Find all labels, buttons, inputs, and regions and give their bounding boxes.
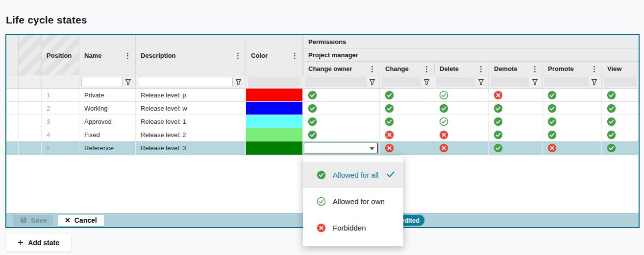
cell-permission[interactable] [489, 89, 543, 101]
cell-color[interactable] [246, 102, 303, 115]
header-view[interactable]: View [602, 62, 639, 75]
filter-funnel-icon[interactable] [233, 78, 244, 86]
permission-status-icon[interactable] [547, 143, 557, 153]
cell-permission[interactable] [543, 128, 602, 141]
cell-permission[interactable] [543, 89, 602, 101]
permission-status-icon[interactable] [547, 117, 557, 126]
cell-color[interactable] [246, 89, 303, 101]
permission-status-icon[interactable] [547, 104, 557, 113]
permission-status-icon[interactable] [385, 143, 394, 153]
cell-permission[interactable] [303, 89, 380, 101]
header-delete[interactable]: Delete⋮ [435, 62, 489, 75]
filter-funnel-icon[interactable] [589, 78, 599, 86]
filter-box-view[interactable] [604, 77, 637, 87]
permission-status-icon[interactable] [607, 117, 616, 126]
permission-status-icon[interactable] [308, 104, 317, 113]
cell-color[interactable] [246, 128, 303, 141]
permission-status-icon[interactable] [439, 117, 448, 126]
permission-status-icon[interactable] [439, 104, 448, 113]
filter-input-description[interactable] [138, 77, 233, 87]
header-description[interactable]: Description⋮ [136, 35, 246, 75]
permission-status-icon[interactable] [494, 117, 503, 126]
cell-description[interactable]: Release level: 1 [136, 115, 246, 128]
column-menu-icon[interactable]: ⋮ [422, 65, 431, 72]
dropdown-item-forbidden[interactable]: Forbidden [303, 214, 403, 241]
cell-description[interactable]: Release level: 3 [136, 141, 246, 155]
table-row[interactable]: 1PrivateRelease level: p [6, 89, 639, 102]
dropdown-arrow-icon[interactable] [370, 147, 374, 150]
header-promote[interactable]: Promote⋮ [543, 62, 602, 75]
cell-permission[interactable] [489, 102, 543, 115]
cell-permission[interactable] [602, 141, 639, 155]
column-menu-icon[interactable]: ⋮ [476, 65, 486, 72]
cell-permission[interactable] [543, 102, 602, 115]
permission-status-icon[interactable] [308, 91, 317, 100]
cell-description[interactable]: Release level: 2 [136, 128, 246, 141]
header-name[interactable]: Name⋮ [79, 35, 136, 75]
column-menu-icon[interactable]: ⋮ [368, 65, 377, 72]
permission-status-icon[interactable] [607, 104, 616, 113]
add-state-button[interactable]: + Add state [6, 233, 71, 252]
filter-box-change[interactable] [382, 77, 421, 87]
change-owner-editor[interactable] [304, 142, 378, 154]
permission-status-icon[interactable] [385, 130, 394, 139]
permission-status-icon[interactable] [494, 104, 503, 113]
cell-name[interactable]: Reference [79, 141, 136, 155]
cell-permission[interactable] [380, 141, 434, 155]
cell-permission[interactable] [543, 141, 602, 155]
filter-funnel-icon[interactable] [123, 78, 133, 86]
dropdown-item-allowed-for-own[interactable]: Allowed for own [303, 188, 403, 214]
filter-input-name[interactable] [81, 77, 123, 87]
filter-funnel-icon[interactable] [475, 78, 486, 86]
cancel-button[interactable]: ✕ Cancel [58, 215, 104, 226]
header-position[interactable]: Position [42, 35, 79, 75]
dropdown-item-allowed-for-all[interactable]: Allowed for all [303, 162, 403, 188]
cell-name[interactable]: Private [79, 89, 136, 101]
cell-description[interactable]: Release level: p [136, 89, 246, 101]
cell-permission[interactable] [434, 115, 489, 128]
cell-permission[interactable] [380, 102, 434, 115]
permission-status-icon[interactable] [494, 91, 503, 100]
column-menu-icon[interactable]: ⋮ [590, 65, 599, 72]
permission-status-icon[interactable] [494, 130, 503, 139]
cell-permission[interactable] [602, 102, 639, 115]
permission-status-icon[interactable] [607, 130, 616, 139]
filter-box-demote[interactable] [491, 77, 529, 87]
column-menu-icon[interactable]: ⋮ [290, 52, 299, 59]
filter-box-promote[interactable] [545, 77, 589, 87]
cell-permission[interactable] [543, 115, 602, 128]
cell-permission[interactable] [489, 115, 543, 128]
permission-status-icon[interactable] [439, 143, 448, 153]
cell-name[interactable]: Approved [79, 115, 136, 128]
header-change[interactable]: Change⋮ [380, 62, 435, 75]
cell-color[interactable] [246, 141, 303, 155]
cell-permission[interactable] [380, 115, 434, 128]
cell-permission[interactable] [602, 128, 639, 141]
header-demote[interactable]: Demote⋮ [489, 62, 543, 75]
cell-permission[interactable] [434, 141, 489, 155]
permission-status-icon[interactable] [385, 91, 394, 100]
cell-color[interactable] [246, 115, 303, 128]
cell-permission[interactable] [602, 89, 639, 101]
cell-permission[interactable] [380, 128, 434, 141]
permission-status-icon[interactable] [607, 143, 616, 153]
column-menu-icon[interactable]: ⋮ [123, 52, 132, 59]
permission-status-icon[interactable] [607, 91, 616, 100]
permission-status-icon[interactable] [385, 117, 394, 126]
permission-status-icon[interactable] [439, 130, 448, 139]
cell-permission[interactable] [303, 128, 380, 141]
cell-permission[interactable] [303, 115, 380, 128]
filter-box-change-owner[interactable] [305, 77, 367, 87]
column-menu-icon[interactable]: ⋮ [530, 65, 540, 72]
cell-name[interactable]: Working [79, 102, 136, 115]
save-button[interactable]: Save [13, 215, 53, 226]
table-row[interactable]: 2WorkingRelease level: w [6, 102, 639, 115]
cell-permission[interactable] [380, 89, 434, 101]
permission-status-icon[interactable] [439, 91, 448, 100]
table-row[interactable]: 5ReferenceRelease level: 3 [6, 141, 639, 155]
filter-funnel-icon[interactable] [367, 78, 377, 86]
permission-status-icon[interactable] [547, 91, 557, 100]
cell-permission[interactable] [303, 102, 380, 115]
permission-status-icon[interactable] [547, 130, 557, 139]
permission-status-icon[interactable] [494, 143, 503, 153]
